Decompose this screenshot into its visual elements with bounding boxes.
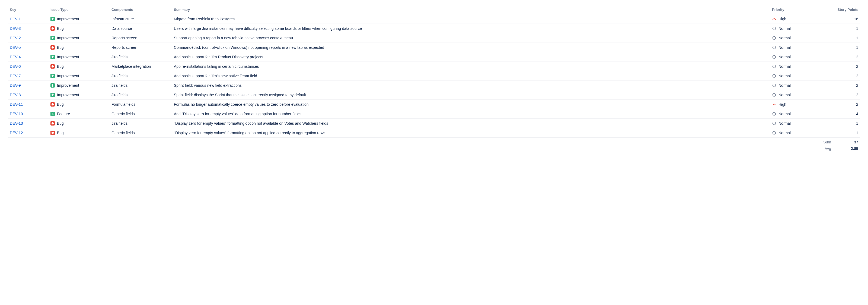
issue-key-link[interactable]: DEV-11 <box>10 102 23 106</box>
issue-key-link[interactable]: DEV-6 <box>10 64 21 69</box>
svg-point-7 <box>773 65 776 68</box>
issue-key-link[interactable]: DEV-9 <box>10 83 21 88</box>
svg-point-5 <box>773 56 776 59</box>
footer-avg-label: Avg <box>8 145 833 152</box>
table-row[interactable]: DEV-11BugFormula fieldsFormulas no longe… <box>8 100 860 109</box>
improvement-icon <box>51 74 55 78</box>
table-row[interactable]: DEV-6BugMarketplace integrationApp re-in… <box>8 62 860 71</box>
issue-key-link[interactable]: DEV-3 <box>10 26 21 31</box>
issue-type-label: Bug <box>57 45 64 49</box>
issue-key-link[interactable]: DEV-10 <box>10 112 23 116</box>
col-header-story-points[interactable]: Story Points <box>833 5 860 14</box>
priority-normal-icon <box>772 83 776 88</box>
issue-type-label: Improvement <box>57 93 79 97</box>
priority-normal-icon <box>772 45 776 49</box>
table-row[interactable]: DEV-7ImprovementJira fieldsAdd basic sup… <box>8 71 860 81</box>
priority-high-icon <box>772 102 776 106</box>
summary-cell: App re-installations failing in certain … <box>172 62 770 71</box>
summary-cell: Add "Display zero for empty values" data… <box>172 109 770 119</box>
issues-table: Key Issue Type Components Summary Priori… <box>8 5 860 152</box>
col-header-priority[interactable]: Priority <box>770 5 833 14</box>
table-row[interactable]: DEV-4ImprovementJira fieldsAdd basic sup… <box>8 52 860 62</box>
priority-normal-icon <box>772 131 776 135</box>
issue-key-link[interactable]: DEV-2 <box>10 36 21 40</box>
priority-high-icon <box>772 17 776 21</box>
footer-avg-value: 2.85 <box>833 145 860 152</box>
summary-cell: "Display zero for empty values" formatti… <box>172 128 770 138</box>
table-row[interactable]: DEV-2ImprovementReports screenSupport op… <box>8 33 860 43</box>
issue-key-link[interactable]: DEV-4 <box>10 55 21 59</box>
issue-type-label: Feature <box>57 112 70 116</box>
improvement-icon <box>51 93 55 97</box>
components-cell: Generic fields <box>110 109 172 119</box>
svg-point-16 <box>52 132 54 134</box>
bug-icon <box>51 131 55 135</box>
components-cell: Jira fields <box>110 90 172 100</box>
issue-key-link[interactable]: DEV-7 <box>10 74 21 78</box>
issue-type-label: Improvement <box>57 36 79 40</box>
priority-normal-icon <box>772 112 776 116</box>
issue-key-link[interactable]: DEV-8 <box>10 93 21 97</box>
table-row[interactable]: DEV-10$FeatureGeneric fieldsAdd "Display… <box>8 109 860 119</box>
summary-cell: Add basic support for Jira Product Disco… <box>172 52 770 62</box>
story-points-cell: 16 <box>833 14 860 24</box>
table-row[interactable]: DEV-5BugReports screenCommand+click (con… <box>8 43 860 52</box>
issue-key-link[interactable]: DEV-1 <box>10 17 21 21</box>
priority-label: Normal <box>778 45 791 49</box>
svg-point-13 <box>773 112 776 115</box>
improvement-icon <box>51 36 55 40</box>
bug-icon <box>51 102 55 106</box>
priority-label: Normal <box>778 93 791 97</box>
table-row[interactable]: DEV-9ImprovementJira fieldsSprint field:… <box>8 81 860 90</box>
components-cell: Jira fields <box>110 71 172 81</box>
summary-cell: Migrate from RethinkDB to Postgres <box>172 14 770 24</box>
components-cell: Reports screen <box>110 33 172 43</box>
priority-normal-icon <box>772 74 776 78</box>
issue-type-label: Improvement <box>57 74 79 78</box>
summary-cell: Sprint field: displays the Sprint that t… <box>172 90 770 100</box>
components-cell: Reports screen <box>110 43 172 52</box>
priority-label: Normal <box>778 74 791 78</box>
issue-key-link[interactable]: DEV-13 <box>10 121 23 126</box>
svg-point-3 <box>52 46 54 48</box>
table-row[interactable]: DEV-12BugGeneric fields"Display zero for… <box>8 128 860 138</box>
table-row[interactable]: DEV-3BugData sourceUsers with large Jira… <box>8 24 860 33</box>
col-header-components[interactable]: Components <box>110 5 172 14</box>
table-header-row: Key Issue Type Components Summary Priori… <box>8 5 860 14</box>
feature-icon: $ <box>51 112 55 116</box>
priority-label: Normal <box>778 121 791 126</box>
bug-icon <box>51 45 55 49</box>
table-row[interactable]: DEV-8ImprovementJira fieldsSprint field:… <box>8 90 860 100</box>
summary-cell: Support opening a report in a new tab vi… <box>172 33 770 43</box>
summary-cell: Sprint field: various new field extracti… <box>172 81 770 90</box>
issue-type-label: Bug <box>57 102 64 106</box>
issue-type-label: Improvement <box>57 17 79 21</box>
svg-text:$: $ <box>52 112 54 115</box>
svg-point-4 <box>773 46 776 49</box>
summary-cell: Command+click (control+click on Windows)… <box>172 43 770 52</box>
priority-label: High <box>778 17 786 21</box>
col-header-summary[interactable]: Summary <box>172 5 770 14</box>
issue-type-label: Improvement <box>57 83 79 88</box>
priority-normal-icon <box>772 26 776 31</box>
svg-point-8 <box>773 74 776 77</box>
issue-key-link[interactable]: DEV-5 <box>10 45 21 49</box>
issue-type-label: Bug <box>57 131 64 135</box>
components-cell: Marketplace integration <box>110 62 172 71</box>
improvement-icon <box>51 17 55 21</box>
svg-point-10 <box>773 94 776 97</box>
priority-label: Normal <box>778 131 791 135</box>
issue-key-link[interactable]: DEV-12 <box>10 131 23 135</box>
col-header-issue-type[interactable]: Issue Type <box>49 5 110 14</box>
svg-point-9 <box>773 84 776 87</box>
table-row[interactable]: DEV-13BugJira fields"Display zero for em… <box>8 119 860 128</box>
components-cell: Generic fields <box>110 128 172 138</box>
svg-point-17 <box>773 132 776 134</box>
summary-cell: "Display zero for empty values" formatti… <box>172 119 770 128</box>
footer-sum-value: 37 <box>833 138 860 145</box>
story-points-cell: 1 <box>833 33 860 43</box>
col-header-key[interactable]: Key <box>8 5 49 14</box>
table-row[interactable]: DEV-1ImprovementInfrastructureMigrate fr… <box>8 14 860 24</box>
bug-icon <box>51 26 55 31</box>
svg-point-14 <box>52 122 54 125</box>
